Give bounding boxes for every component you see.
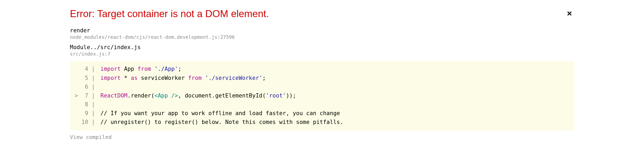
view-compiled-link[interactable]: View compiled [70,134,574,140]
line-gutter: 9 | [75,109,101,118]
line-gutter: 6 | [75,83,101,91]
code-token: from [138,66,151,72]
line-gutter: 8 | [75,100,101,109]
code-token: App [121,66,137,72]
error-header: Error: Target container is not a DOM ele… [70,8,574,20]
code-token: <App /> [154,92,178,99]
code-token [151,66,154,72]
code-token: // unregister() to register() below. Not… [101,119,343,125]
code-line: 8 | [75,100,569,109]
frame-function: Module../src/index.js [70,44,574,50]
code-token: 'root' [266,92,286,99]
line-gutter: 5 | [75,74,101,83]
code-token: as [131,75,137,81]
code-token: * [121,75,131,81]
code-token: ; [262,75,266,81]
code-token: import [101,75,121,81]
code-token: './serviceWorker' [205,75,263,81]
code-token: ; [178,66,181,72]
code-token: // If you want your app to work offline … [101,110,340,116]
frame-location: src/index.js:7 [70,51,574,57]
error-overlay: Error: Target container is not a DOM ele… [43,8,601,140]
line-gutter: > 7 | [75,91,101,100]
code-token: './App' [154,66,178,72]
stack-frame: render node_modules/react-dom/cjs/react-… [70,27,574,40]
code-token: serviceWorker [138,75,188,81]
code-line: 4 | import App from './App'; [75,65,569,73]
code-token: )); [286,92,296,99]
stack-frame: Module../src/index.js src/index.js:7 [70,44,574,57]
code-token: .render( [128,92,154,99]
code-line: 5 | import * as serviceWorker from './se… [75,74,569,83]
code-line: 6 | [75,83,569,91]
code-line: 10 | // unregister() to register() below… [75,118,569,127]
close-icon[interactable]: × [565,8,574,19]
code-snippet: 4 | import App from './App'; 5 | import … [70,61,574,130]
frame-function: render [70,27,574,34]
code-token: from [188,75,202,81]
line-gutter: 10 | [75,118,101,127]
error-title: Error: Target container is not a DOM ele… [70,8,269,20]
code-line: > 7 | ReactDOM.render(<App />, document.… [75,91,569,100]
code-token: ReactDOM [101,92,128,99]
frame-location: node_modules/react-dom/cjs/react-dom.dev… [70,34,574,40]
code-token [202,75,205,81]
code-line: 9 | // If you want your app to work offl… [75,109,569,118]
code-token: import [101,66,121,72]
line-gutter: 4 | [75,65,101,73]
code-token: , document.getElementById( [178,92,266,99]
